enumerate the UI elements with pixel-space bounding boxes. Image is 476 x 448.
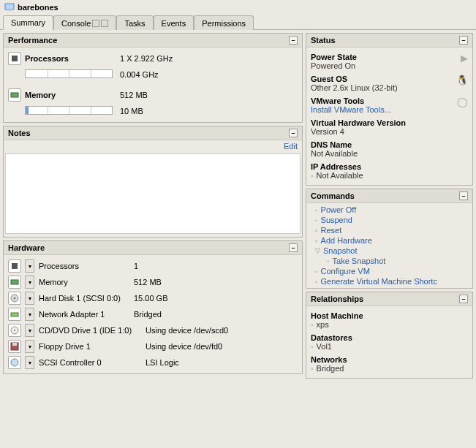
datastores-label: Datastores xyxy=(311,333,468,342)
svg-rect-1 xyxy=(7,10,12,11)
hardware-menu-button[interactable]: ▾ xyxy=(25,356,34,369)
svg-point-7 xyxy=(14,297,16,300)
datastores-value: ◦Vol1 xyxy=(311,342,468,351)
cpu-icon xyxy=(8,259,21,273)
guest-os-value: Other 2.6x Linux (32-bit) xyxy=(311,83,398,92)
relationships-panel: Relationships – Host Machine ◦xps Datast… xyxy=(306,292,473,379)
disk-icon xyxy=(8,292,21,305)
status-heading: Status xyxy=(311,36,336,45)
cmd-reset[interactable]: Reset xyxy=(321,226,342,235)
cmd-power-off[interactable]: Power Off xyxy=(321,205,357,214)
hardware-item-value: Using device /dev/scd0 xyxy=(146,326,298,335)
hardware-menu-button[interactable]: ▾ xyxy=(25,340,34,353)
tab-events[interactable]: Events xyxy=(154,15,194,30)
performance-heading: Performance xyxy=(8,36,57,45)
hardware-item-value: 512 MB xyxy=(134,278,298,286)
collapse-button[interactable]: – xyxy=(459,191,468,200)
scsi-icon xyxy=(8,356,21,369)
guest-os-label: Guest OS xyxy=(311,75,398,83)
hardware-panel: Hardware – ▾ Processors 1 ▾ Memory 512 M… xyxy=(3,240,303,374)
svg-rect-12 xyxy=(12,343,17,346)
vhw-value: Version 4 xyxy=(311,127,468,136)
hardware-row: ▾ Network Adapter 1 Bridged xyxy=(8,306,298,322)
memory-icon xyxy=(8,276,21,289)
commands-panel: Commands – ◦Power Off ◦Suspend ◦Reset ◦A… xyxy=(306,189,473,289)
cpu-usage-value: 0.004 GHz xyxy=(120,70,298,79)
hardware-row: ▾ Floppy Drive 1 Using device /dev/fd0 xyxy=(8,338,298,354)
ip-value: ◦Not Available xyxy=(311,171,468,180)
notes-heading: Notes xyxy=(8,129,31,137)
vhw-label: Virtual Hardware Version xyxy=(311,118,468,127)
svg-rect-4 xyxy=(12,263,18,269)
hardware-row: ▾ CD/DVD Drive 1 (IDE 1:0) Using device … xyxy=(8,322,298,338)
hardware-menu-button[interactable]: ▾ xyxy=(25,292,34,305)
svg-rect-8 xyxy=(11,313,18,316)
memory-icon xyxy=(8,88,21,102)
notes-textarea[interactable] xyxy=(5,153,301,234)
hardware-row: ▾ Hard Disk 1 (SCSI 0:0) 15.00 GB xyxy=(8,290,298,306)
tools-icon: ◯ xyxy=(456,96,468,107)
hardware-item-label: Floppy Drive 1 xyxy=(39,342,146,351)
performance-panel: Performance – Processors 1 X 2.922 GHz 0… xyxy=(3,33,303,123)
hardware-item-value: Using device /dev/fd0 xyxy=(146,342,298,351)
processors-value: 1 X 2.922 GHz xyxy=(120,54,298,63)
play-icon: ▶ xyxy=(456,53,468,64)
collapse-button[interactable]: – xyxy=(459,36,468,45)
cmd-snapshot[interactable]: Snapshot xyxy=(323,246,357,255)
collapse-button[interactable]: – xyxy=(459,295,468,303)
cmd-suspend[interactable]: Suspend xyxy=(321,216,352,224)
memory-label: Memory xyxy=(25,91,120,99)
window-title: barebones xyxy=(18,3,58,12)
hardware-item-label: CD/DVD Drive 1 (IDE 1:0) xyxy=(39,326,146,335)
power-state-label: Power State xyxy=(311,53,357,61)
notes-panel: Notes – Edit xyxy=(3,126,303,238)
install-tools-link[interactable]: Install VMware Tools... xyxy=(311,105,391,114)
hardware-item-value: LSI Logic xyxy=(146,358,298,367)
window-titlebar: barebones xyxy=(0,0,476,15)
networks-value: ◦Bridged xyxy=(311,364,468,373)
hardware-menu-button[interactable]: ▾ xyxy=(25,324,34,337)
hardware-item-label: Network Adapter 1 xyxy=(39,310,134,319)
hardware-heading: Hardware xyxy=(8,243,45,252)
power-state-value: Powered On xyxy=(311,61,357,70)
notes-edit-link[interactable]: Edit xyxy=(5,140,301,152)
hardware-row: ▾ SCSI Controller 0 LSI Logic xyxy=(8,354,298,371)
cmd-take-snapshot[interactable]: Take Snapshot xyxy=(333,257,386,265)
expand-icon[interactable]: ▽ xyxy=(315,247,320,254)
hardware-row: ▾ Memory 512 MB xyxy=(8,274,298,290)
tab-tasks[interactable]: Tasks xyxy=(116,15,153,30)
hardware-item-value: 1 xyxy=(134,262,298,270)
hardware-item-value: 15.00 GB xyxy=(134,294,298,303)
cmd-add-hardware[interactable]: Add Hardware xyxy=(321,236,372,245)
hardware-row: ▾ Processors 1 xyxy=(8,258,298,274)
tab-permissions[interactable]: Permissions xyxy=(194,15,254,30)
hardware-menu-button[interactable]: ▾ xyxy=(25,308,34,321)
cpu-meter xyxy=(25,69,120,80)
vmware-tools-label: VMware Tools xyxy=(311,96,391,105)
hardware-item-value: Bridged xyxy=(134,310,298,319)
hardware-item-label: Processors xyxy=(39,262,134,270)
vm-icon xyxy=(4,2,15,12)
host-machine-value: ◦xps xyxy=(311,320,468,329)
svg-point-10 xyxy=(14,330,15,331)
hardware-item-label: Hard Disk 1 (SCSI 0:0) xyxy=(39,294,134,303)
console-indicator-icon xyxy=(101,20,108,27)
hardware-menu-button[interactable]: ▾ xyxy=(25,259,34,273)
dns-label: DNS Name xyxy=(311,140,468,149)
cmd-configure-vm[interactable]: Configure VM xyxy=(321,267,370,276)
tab-summary[interactable]: Summary xyxy=(3,15,53,30)
collapse-button[interactable]: – xyxy=(289,243,298,252)
collapse-button[interactable]: – xyxy=(289,129,298,137)
svg-point-13 xyxy=(11,359,18,366)
memory-value: 512 MB xyxy=(120,91,298,99)
cpu-icon xyxy=(8,52,21,65)
collapse-button[interactable]: – xyxy=(289,36,298,45)
commands-heading: Commands xyxy=(311,191,355,200)
svg-rect-2 xyxy=(12,56,18,61)
svg-rect-5 xyxy=(11,280,18,284)
cmd-generate-shortcut[interactable]: Generate Virtual Machine Shortc xyxy=(321,277,437,286)
tab-console[interactable]: Console xyxy=(53,15,116,30)
hardware-menu-button[interactable]: ▾ xyxy=(25,276,34,289)
hardware-item-label: Memory xyxy=(39,278,134,286)
svg-rect-3 xyxy=(11,93,18,97)
